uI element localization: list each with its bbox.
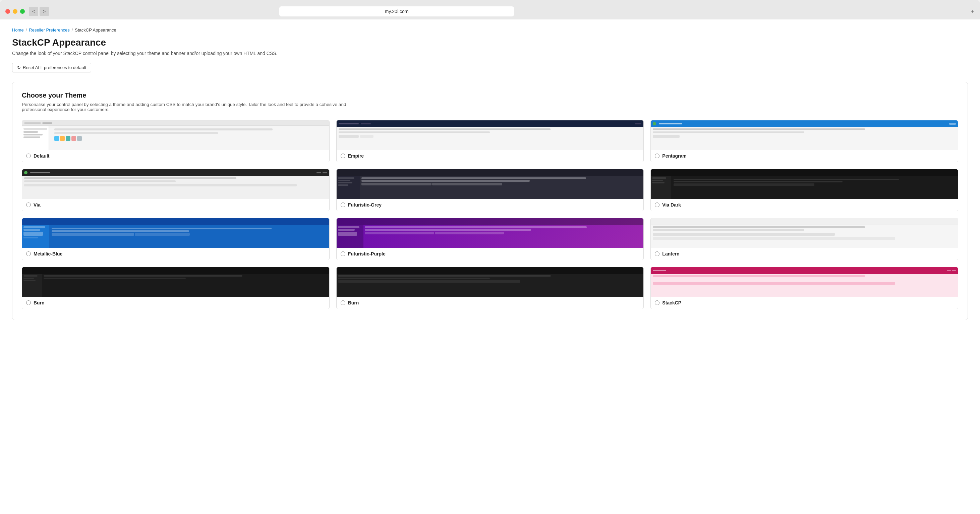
theme-label-row-metallic-blue: Metallic-Blue bbox=[22, 248, 329, 260]
theme-grid: Default bbox=[22, 120, 958, 309]
theme-preview-pentagram bbox=[651, 120, 958, 150]
breadcrumb-sep-1: / bbox=[26, 27, 27, 32]
theme-label-row-burn1: Burn bbox=[22, 297, 329, 309]
theme-preview-default bbox=[22, 120, 329, 150]
theme-label-row-default: Default bbox=[22, 150, 329, 162]
address-bar[interactable]: my.20i.com bbox=[279, 6, 514, 16]
reset-label: Reset ALL preferences to default bbox=[23, 65, 86, 70]
theme-card-stackcp[interactable]: StackCP bbox=[651, 267, 958, 309]
traffic-lights bbox=[5, 9, 25, 14]
theme-name-empire: Empire bbox=[348, 153, 364, 159]
theme-preview-stackcp bbox=[651, 267, 958, 297]
theme-card-metallic-blue[interactable]: Metallic-Blue bbox=[22, 218, 329, 260]
theme-preview-metallic-blue bbox=[22, 218, 329, 248]
add-tab-button[interactable]: + bbox=[970, 8, 975, 16]
theme-card-via[interactable]: Via bbox=[22, 169, 329, 211]
theme-section: Choose your Theme Personalise your contr… bbox=[12, 82, 968, 320]
theme-card-burn1[interactable]: Burn bbox=[22, 267, 329, 309]
nav-buttons: < > bbox=[29, 7, 49, 16]
theme-preview-via bbox=[22, 169, 329, 199]
theme-preview-lantern bbox=[651, 218, 958, 248]
theme-radio-lantern[interactable] bbox=[655, 251, 659, 256]
theme-label-row-stackcp: StackCP bbox=[651, 297, 958, 309]
theme-label-row-lantern: Lantern bbox=[651, 248, 958, 260]
theme-radio-futuristic-purple[interactable] bbox=[340, 251, 345, 256]
theme-radio-via-dark[interactable] bbox=[655, 202, 659, 207]
breadcrumb-parent[interactable]: Reseller Preferences bbox=[29, 27, 69, 32]
theme-preview-burn2 bbox=[337, 267, 644, 297]
theme-label-row-via-dark: Via Dark bbox=[651, 199, 958, 211]
theme-name-metallic-blue: Metallic-Blue bbox=[33, 251, 62, 256]
theme-label-row-pentagram: Pentagram bbox=[651, 150, 958, 162]
forward-button[interactable]: > bbox=[40, 7, 49, 16]
back-button[interactable]: < bbox=[29, 7, 38, 16]
theme-radio-burn1[interactable] bbox=[26, 301, 31, 305]
theme-name-pentagram: Pentagram bbox=[662, 153, 686, 159]
theme-label-row-empire: Empire bbox=[337, 150, 644, 162]
theme-radio-futuristic-grey[interactable] bbox=[340, 202, 345, 207]
theme-radio-via[interactable] bbox=[26, 202, 31, 207]
theme-name-lantern: Lantern bbox=[662, 251, 679, 256]
breadcrumb-current: StackCP Appearance bbox=[75, 27, 116, 32]
theme-name-via: Via bbox=[33, 202, 41, 208]
theme-label-row-futuristic-purple: Futuristic-Purple bbox=[337, 248, 644, 260]
theme-radio-metallic-blue[interactable] bbox=[26, 251, 31, 256]
minimize-button[interactable] bbox=[13, 9, 18, 14]
maximize-button[interactable] bbox=[20, 9, 25, 14]
theme-radio-stackcp[interactable] bbox=[655, 301, 659, 305]
theme-label-row-via: Via bbox=[22, 199, 329, 211]
breadcrumb: Home / Reseller Preferences / StackCP Ap… bbox=[12, 27, 968, 32]
breadcrumb-sep-2: / bbox=[72, 27, 73, 32]
theme-name-burn2: Burn bbox=[348, 300, 359, 306]
theme-name-via-dark: Via Dark bbox=[662, 202, 681, 208]
reset-icon: ↻ bbox=[17, 65, 21, 70]
theme-section-desc: Personalise your control panel by select… bbox=[22, 102, 357, 112]
theme-card-pentagram[interactable]: Pentagram bbox=[651, 120, 958, 162]
theme-preview-empire bbox=[337, 120, 644, 150]
browser-chrome: < > my.20i.com + bbox=[0, 0, 980, 19]
theme-preview-burn1 bbox=[22, 267, 329, 297]
theme-card-burn2[interactable]: Burn bbox=[336, 267, 644, 309]
theme-label-row-futuristic-grey: Futuristic-Grey bbox=[337, 199, 644, 211]
theme-card-futuristic-grey[interactable]: Futuristic-Grey bbox=[336, 169, 644, 211]
theme-name-burn1: Burn bbox=[33, 300, 45, 306]
reset-preferences-button[interactable]: ↻ Reset ALL preferences to default bbox=[12, 63, 91, 72]
theme-preview-futuristic-purple bbox=[337, 218, 644, 248]
breadcrumb-home[interactable]: Home bbox=[12, 27, 24, 32]
theme-card-via-dark[interactable]: Via Dark bbox=[651, 169, 958, 211]
theme-radio-pentagram[interactable] bbox=[655, 154, 659, 158]
page-title: StackCP Appearance bbox=[12, 37, 968, 48]
theme-preview-futuristic-grey bbox=[337, 169, 644, 199]
theme-section-title: Choose your Theme bbox=[22, 92, 958, 99]
theme-radio-burn2[interactable] bbox=[340, 301, 345, 305]
theme-name-futuristic-purple: Futuristic-Purple bbox=[348, 251, 385, 256]
theme-preview-via-dark bbox=[651, 169, 958, 199]
page-content: Home / Reseller Preferences / StackCP Ap… bbox=[0, 19, 980, 514]
theme-radio-empire[interactable] bbox=[340, 154, 345, 158]
theme-card-empire[interactable]: Empire bbox=[336, 120, 644, 162]
theme-label-row-burn2: Burn bbox=[337, 297, 644, 309]
theme-name-stackcp: StackCP bbox=[662, 300, 681, 306]
theme-radio-default[interactable] bbox=[26, 154, 31, 158]
theme-name-futuristic-grey: Futuristic-Grey bbox=[348, 202, 382, 208]
theme-card-default[interactable]: Default bbox=[22, 120, 329, 162]
close-button[interactable] bbox=[5, 9, 10, 14]
theme-name-default: Default bbox=[33, 153, 49, 159]
theme-card-futuristic-purple[interactable]: Futuristic-Purple bbox=[336, 218, 644, 260]
page-subtitle: Change the look of your StackCP control … bbox=[12, 51, 968, 56]
theme-card-lantern[interactable]: Lantern bbox=[651, 218, 958, 260]
